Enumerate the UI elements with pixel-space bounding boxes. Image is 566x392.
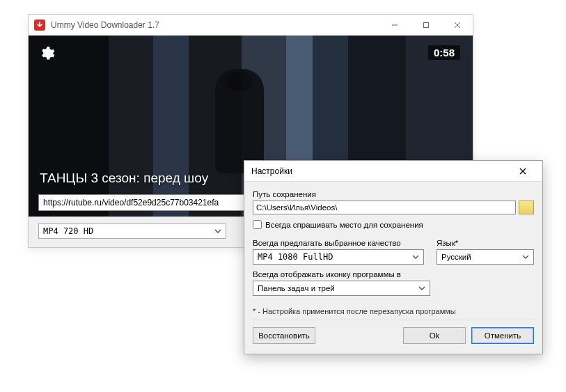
language-selected-value: Русский (441, 253, 471, 261)
svg-rect-1 (423, 23, 428, 28)
app-logo-icon (34, 19, 45, 31)
titlebar: Ummy Video Downloader 1.7 (29, 15, 473, 36)
video-frame-figure (215, 69, 264, 173)
dialog-body: Путь сохранения Всегда спрашивать место … (244, 182, 542, 354)
quality-selected-value: MP4 1080 FullHD (258, 252, 333, 262)
restore-button-label: Восстановить (258, 331, 310, 340)
restore-button[interactable]: Восстановить (253, 327, 315, 344)
chevron-down-icon (214, 228, 221, 235)
restart-footnote: * - Настройка применится после перезапус… (253, 307, 534, 315)
save-path-input[interactable] (253, 201, 516, 214)
tray-selected-value: Панель задач и трей (258, 284, 335, 292)
language-select[interactable]: Русский (437, 249, 534, 265)
settings-dialog: Настройки Путь сохранения Всегда спрашив… (244, 160, 543, 354)
chevron-down-icon (522, 253, 529, 260)
close-button[interactable] (441, 15, 473, 36)
divider (253, 320, 534, 320)
maximize-button[interactable] (410, 15, 441, 36)
ok-button-label: Ok (430, 331, 440, 340)
ask-location-label: Всегда спрашивать место для сохранения (265, 221, 423, 229)
tray-label: Всегда отображать иконку программы в (253, 270, 430, 279)
gear-icon (38, 54, 55, 64)
settings-button[interactable] (38, 45, 58, 65)
quality-label: Всегда предлагать выбранное качество (253, 239, 424, 247)
window-title: Ummy Video Downloader 1.7 (51, 20, 379, 30)
window-controls (379, 15, 473, 36)
quality-select[interactable]: MP4 1080 FullHD (253, 249, 424, 265)
cancel-button-label: Отменить (485, 331, 521, 340)
tray-select[interactable]: Панель задач и трей (253, 281, 430, 296)
save-path-label: Путь сохранения (253, 190, 534, 198)
dialog-title: Настройки (251, 166, 292, 176)
video-title: ТАНЦЫ 3 сезон: перед шоу (40, 171, 208, 186)
dialog-close-button[interactable] (509, 162, 537, 181)
ask-location-checkbox[interactable] (253, 220, 262, 229)
cancel-button[interactable]: Отменить (471, 327, 534, 344)
dialog-titlebar: Настройки (244, 161, 542, 182)
video-duration: 0:58 (428, 45, 460, 60)
format-selected-value: MP4 720 HD (43, 226, 93, 236)
chevron-down-icon (412, 253, 419, 260)
format-select[interactable]: MP4 720 HD (38, 224, 226, 239)
ok-button[interactable]: Ok (403, 327, 466, 344)
chevron-down-icon (418, 285, 425, 292)
browse-folder-button[interactable] (519, 201, 534, 214)
minimize-button[interactable] (379, 15, 410, 36)
ask-location-row[interactable]: Всегда спрашивать место для сохранения (253, 220, 534, 229)
language-label: Язык* (437, 239, 534, 247)
